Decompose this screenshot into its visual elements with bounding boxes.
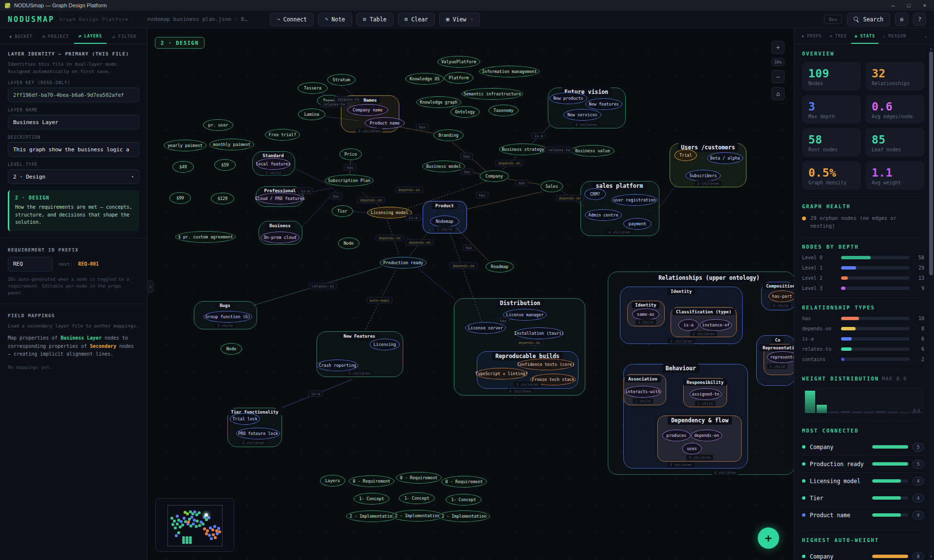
requirement-prefix-field[interactable]: REQ <box>8 257 53 271</box>
node-interacts-with[interactable]: interacts-with <box>624 386 661 397</box>
list-item-licensing-model[interactable]: Licensing model4 <box>802 473 924 490</box>
node-produces[interactable]: produces <box>662 430 691 441</box>
node-information-management[interactable]: Information management <box>479 66 540 77</box>
node-cloud-pro-features[interactable]: Cloud / PRO features <box>257 193 303 204</box>
node-is-a[interactable]: is-a <box>678 319 699 331</box>
clear-button[interactable]: ⊠Clear <box>398 13 435 26</box>
node-price[interactable]: Price <box>339 148 362 160</box>
sidebar-collapse-handle[interactable]: ‹ <box>148 280 154 293</box>
open-file-name[interactable]: nodemap business plan.json · B… <box>148 16 247 22</box>
zoom-in-button[interactable]: + <box>771 41 785 54</box>
level-badge[interactable]: 2 · DESIGN <box>155 37 205 49</box>
node-license-manager[interactable]: License manager <box>503 309 547 321</box>
node-knowledge-os[interactable]: Knowledge OS <box>405 73 444 85</box>
layer-key-field[interactable]: 2ff196df-ba70-4bea-b6a6-9d7ea502afef <box>8 88 139 102</box>
close-button[interactable]: × <box>923 2 926 8</box>
tab-tree[interactable]: ⇆TREE <box>826 34 851 43</box>
node-129[interactable]: $129 <box>211 193 234 204</box>
node-0-requirement[interactable]: 0 - Requirement <box>349 475 394 487</box>
node-pro-feteure-lock[interactable]: PRO feteure lock <box>236 428 280 439</box>
node-assigned-to[interactable]: assigned-to <box>690 388 722 400</box>
node-new-features[interactable]: New features <box>585 98 622 110</box>
node-crash-reporting[interactable]: Crash reporting <box>317 360 358 371</box>
node-free-trial[interactable]: Free trial? <box>265 129 300 141</box>
node-group-function-g[interactable]: Group function (G) <box>204 311 252 323</box>
tab-project[interactable]: ⊞PROJECT <box>38 34 73 44</box>
node-business-value[interactable]: Business value <box>571 145 615 157</box>
node-layers[interactable]: Layers <box>320 475 345 487</box>
help-button[interactable]: ? <box>913 13 926 26</box>
node-subscribers[interactable]: Subscribers <box>686 170 721 181</box>
node-99[interactable]: $99 <box>169 192 191 204</box>
tab-stats[interactable]: ◉STATS <box>851 34 878 44</box>
node-59[interactable]: $59 <box>214 159 236 171</box>
fit-view-button[interactable]: ⌂ <box>771 87 785 100</box>
node-sales[interactable]: Sales <box>541 181 563 192</box>
node-1-concept[interactable]: 1- Concept <box>354 493 390 505</box>
list-item-product-name[interactable]: Product name4 <box>802 507 924 524</box>
node-node[interactable]: Node <box>338 237 359 249</box>
graph-canvas[interactable]: 2 · DESIGN + 39% − ⌂ ‹ + Relationships (… <box>148 28 794 560</box>
node-0-requirement[interactable]: 0 - Requirement <box>396 472 442 484</box>
node-license-server[interactable]: License server <box>465 322 506 334</box>
node-company-name[interactable]: Company name <box>347 104 388 116</box>
tab-bucket[interactable]: ◆BUCKET <box>5 34 37 44</box>
node-local-features[interactable]: local features <box>256 158 290 170</box>
node-instance-of[interactable]: instance-of <box>700 319 732 331</box>
node-platform[interactable]: Platform <box>444 72 473 84</box>
list-item-production-ready[interactable]: Production ready5 <box>802 456 924 473</box>
node-pr-user[interactable]: pr. user <box>203 119 233 131</box>
maximize-button[interactable]: □ <box>907 2 911 8</box>
node-taxonomy[interactable]: Taxonomy <box>488 105 519 116</box>
node-stratum[interactable]: Stratum <box>327 74 355 86</box>
right-scrollbar[interactable]: ▲ ▼ <box>929 45 934 560</box>
tab-reason[interactable]: ⚠REASON <box>879 34 910 43</box>
node-nodemap[interactable]: Nodemap <box>430 216 459 227</box>
node-business-model[interactable]: Business model <box>422 161 465 172</box>
node-yearly-paiment[interactable]: yearly paiment <box>164 140 206 151</box>
node-licensing[interactable]: Licensing <box>370 339 400 350</box>
node-49[interactable]: $49 <box>172 161 194 173</box>
zoom-out-button[interactable]: − <box>771 70 785 83</box>
node-branding[interactable]: Branding <box>433 129 464 141</box>
node-user-registration[interactable]: user registration <box>612 194 657 206</box>
search-button[interactable]: Search <box>847 13 890 26</box>
node-node[interactable]: Node <box>221 343 242 355</box>
node-business-strategy[interactable]: Business strategy <box>499 144 547 155</box>
node-on-prem-cloud[interactable]: On-prem cloud <box>261 232 299 243</box>
node-2-implementation[interactable]: 2 - Implementation <box>346 510 398 522</box>
tab-filter[interactable]: ⊿FILTER <box>108 34 141 44</box>
settings-button[interactable]: ⚙ <box>895 13 908 26</box>
node-crm[interactable]: CRM? <box>584 188 606 200</box>
node-monthly-paiment[interactable]: monthly paiment <box>209 139 254 150</box>
node-confidence-tests-core[interactable]: Confidence tests (core) <box>518 359 574 370</box>
node-has-part[interactable]: has-part <box>768 290 794 302</box>
description-field[interactable]: This graph show the business logic a <box>8 142 139 157</box>
node-1-concept[interactable]: 1- Concept <box>446 494 482 506</box>
scroll-up-icon[interactable]: ▲ <box>929 47 934 50</box>
node-same-as[interactable]: same-as <box>632 308 659 320</box>
layer-name-field[interactable]: Business Layer <box>8 115 139 129</box>
scroll-down-icon[interactable]: ▼ <box>929 555 934 558</box>
minimize-button[interactable]: – <box>892 2 895 8</box>
minimap[interactable] <box>155 498 234 552</box>
node-represents[interactable]: represents <box>767 351 794 363</box>
level-type-select[interactable]: 2 · Design ▾ <box>8 169 139 184</box>
node-0-requirement[interactable]: 0 - Requirement <box>441 476 487 488</box>
node-production-ready[interactable]: Production ready <box>380 257 427 269</box>
node-pr-custom-agreement[interactable]: $ pr. custom agreement <box>175 231 236 243</box>
scrollbar-thumb[interactable] <box>929 52 933 275</box>
view-button[interactable]: ▣View▾ <box>439 13 480 26</box>
node-trial[interactable]: Trial <box>674 149 697 161</box>
node-1-concept[interactable]: 1- Concept <box>399 492 435 504</box>
node-roadmap[interactable]: Roadmap <box>486 261 514 272</box>
tab-layers[interactable]: ⇄LAYERS <box>74 34 106 44</box>
node-new-services[interactable]: New services <box>563 109 601 121</box>
table-button[interactable]: ⊞Table <box>356 13 393 26</box>
node-product-name[interactable]: Product name <box>365 117 405 129</box>
node-company[interactable]: Company <box>480 170 509 182</box>
node-uses[interactable]: uses <box>682 443 702 454</box>
node-payment[interactable]: payment <box>623 218 652 230</box>
node-lamina[interactable]: Lamina <box>298 108 325 120</box>
node-admin-centre[interactable]: Admin centre <box>585 209 622 221</box>
